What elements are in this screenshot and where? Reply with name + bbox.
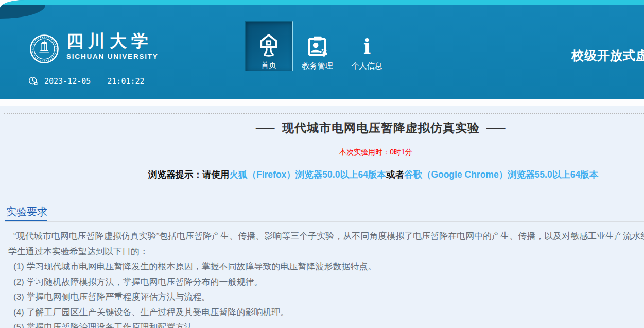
browser-tip-firefox: 火狐（Firefox）浏览器50.0以上64版本	[230, 169, 386, 180]
header: 四川大学 SICHUAN UNIVERSITY 2023-12-05 21:01…	[0, 0, 644, 99]
home-icon	[257, 22, 280, 58]
browser-tip: 浏览器提示：请使用火狐（Firefox）浏览器50.0以上64版本或者谷歌（Go…	[148, 168, 598, 181]
requirement-item-4: (4) 了解工厂园区生产关键设备、生产过程及其受电压暂降的影响机理。	[0, 305, 644, 320]
university-name: 四川大学 SICHUAN UNIVERSITY	[66, 31, 159, 60]
experiment-title-text: 现代城市电网电压暂降虚拟仿真实验	[282, 121, 480, 134]
nav-item-personal-info[interactable]: i 个人信息	[342, 21, 391, 71]
nav-item-home[interactable]: 首页	[245, 21, 293, 71]
nav-label-personal-info: 个人信息	[352, 61, 382, 71]
clock-icon	[28, 76, 38, 86]
university-seal-icon	[29, 34, 59, 64]
main-nav: 首页 教务管理	[245, 21, 391, 71]
header-bottom-strip	[0, 99, 644, 106]
header-top-strip	[0, 0, 644, 5]
platform-title: 校级开放式虚拟	[571, 47, 644, 64]
page: 四川大学 SICHUAN UNIVERSITY 2023-12-05 21:01…	[0, 0, 644, 328]
browser-tip-connector: 或者	[386, 169, 404, 180]
university-logo[interactable]: 四川大学 SICHUAN UNIVERSITY	[29, 31, 159, 64]
requirements-intro-line1: “现代城市电网电压暂降虚拟仿真实验”包括电压暂降产生、传播、影响等三个子实验，从…	[0, 229, 644, 244]
requirements-intro-line2: 学生通过本实验希望达到以下目的：	[0, 244, 644, 260]
header-corner-wave	[0, 5, 45, 19]
current-time: 21:01:22	[107, 77, 144, 86]
requirement-item-5: (5) 掌握电压暂降治理设备工作原理和配置方法。	[0, 320, 644, 328]
university-name-cn: 四川大学	[66, 31, 159, 51]
browser-tip-chrome: 谷歌（Google Chrome）浏览器55.0以上64版本	[404, 169, 598, 180]
dotted-divider	[4, 113, 644, 114]
requirement-item-2: (2) 学习随机故障模拟方法，掌握电网电压暂降分布的一般规律。	[0, 274, 644, 290]
experiment-title: —现代城市电网电压暂降虚拟仿真实验—	[0, 120, 644, 136]
title-right-dash: —	[486, 121, 506, 135]
section-title-requirements: 实验要求	[6, 205, 47, 219]
personal-info-icon: i	[357, 21, 377, 58]
svg-text:i: i	[363, 35, 371, 58]
requirements-body: “现代城市电网电压暂降虚拟仿真实验”包括电压暂降产生、传播、影响等三个子实验，从…	[0, 229, 644, 328]
academic-management-icon	[306, 21, 329, 58]
nav-label-home: 首页	[261, 61, 276, 71]
nav-item-academic-management[interactable]: 教务管理	[293, 21, 342, 71]
requirement-item-1: (1) 学习现代城市电网电压暂降发生的根本原因，掌握不同故障导致的电压暂降波形数…	[0, 259, 644, 274]
browser-tip-prefix: 浏览器提示：请使用	[148, 169, 230, 180]
elapsed-time-text: 本次实验用时：0时1分	[0, 148, 644, 157]
requirement-item-3: (3) 掌握电网侧电压暂降严重程度评估方法与流程。	[0, 289, 644, 305]
datetime-display: 2023-12-05 21:01:22	[28, 76, 145, 86]
university-name-en: SICHUAN UNIVERSITY	[66, 53, 159, 60]
section-divider-line	[5, 221, 644, 222]
current-date: 2023-12-05	[44, 77, 91, 86]
nav-label-academic-management: 教务管理	[302, 61, 333, 71]
title-left-dash: —	[256, 121, 275, 135]
